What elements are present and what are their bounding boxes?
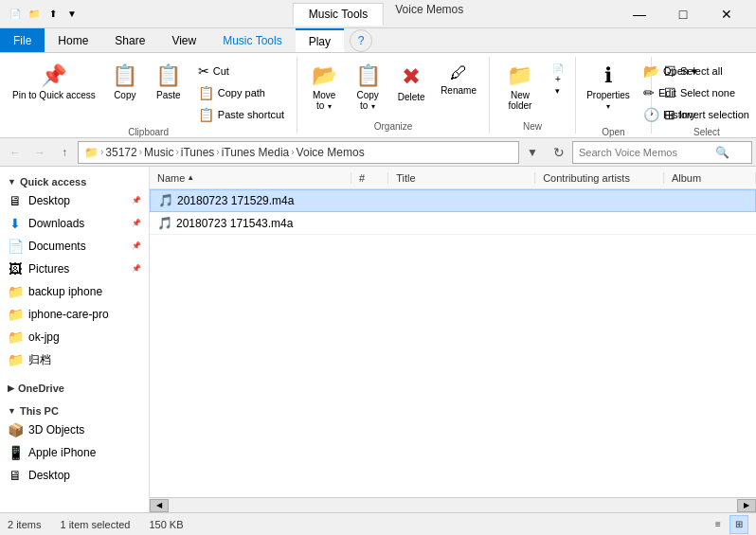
select-all-label: Select all xyxy=(680,65,723,77)
sidebar-item-iphone-care[interactable]: 📁 iphone-care-pro xyxy=(0,303,149,326)
path-voice-memos[interactable]: Voice Memos xyxy=(297,146,365,159)
path-root[interactable]: 📁 xyxy=(84,146,99,159)
select-none-button[interactable]: ☐ Select none xyxy=(657,82,756,103)
backup-icon: 📁 xyxy=(8,284,23,299)
back-button[interactable]: ← xyxy=(4,141,27,164)
tab-view[interactable]: View xyxy=(158,28,209,52)
pin-quick-access-button[interactable]: 📌 Pin to Quick access xyxy=(6,57,102,119)
select-label: Select xyxy=(657,125,756,139)
col-header-title[interactable]: Title xyxy=(388,172,535,184)
rename-button[interactable]: 🖊 Rename xyxy=(434,57,483,119)
help-button[interactable]: ? xyxy=(350,29,372,52)
properties-button[interactable]: ℹ Properties ▾ xyxy=(582,57,635,119)
up-button[interactable]: ↑ xyxy=(53,141,76,164)
maximize-button[interactable]: □ xyxy=(661,0,705,28)
sidebar-item-backup[interactable]: 📁 backup iphone xyxy=(0,280,149,303)
sidebar-item-documents[interactable]: 📄 Documents 📌 xyxy=(0,235,149,258)
dropdown-icon[interactable]: ▼ xyxy=(64,7,80,22)
path-35172[interactable]: 35172 xyxy=(105,146,136,159)
scroll-track xyxy=(169,499,737,512)
search-box[interactable]: 🔍 xyxy=(572,141,752,164)
copy-button-large[interactable]: 📋 Copy xyxy=(104,57,146,119)
rename-icon: 🖊 xyxy=(450,63,467,83)
tab-play[interactable]: Play xyxy=(296,28,344,52)
dropdown-path-button[interactable]: ▼ xyxy=(521,141,544,164)
select-all-icon: ☑ xyxy=(664,63,676,79)
paste-shortcut-icon: 📋 xyxy=(198,107,214,122)
address-path[interactable]: 📁 › 35172 › Music › iTunes › iTunes Medi… xyxy=(78,141,519,164)
move-icon: 📂 xyxy=(312,63,337,88)
new-label: New xyxy=(495,119,569,134)
up-icon: ⬆ xyxy=(45,7,61,22)
select-none-icon: ☐ xyxy=(664,85,676,100)
copy-to-button[interactable]: 📋 Copyto ▾ xyxy=(347,57,388,119)
scroll-right-button[interactable]: ▶ xyxy=(737,499,756,512)
delete-label: Delete xyxy=(398,92,425,102)
sidebar-item-desktop-pc[interactable]: 🖥 Desktop xyxy=(0,464,149,487)
invert-selection-button[interactable]: ⊟ Invert selection xyxy=(657,104,756,125)
paste-button[interactable]: 📋 Paste xyxy=(148,57,189,119)
details-view-button[interactable]: ≡ xyxy=(709,515,728,534)
clipboard-group: 📌 Pin to Quick access 📋 Copy 📋 Paste ✂ C… xyxy=(0,57,297,134)
onedrive-header[interactable]: ▶ OneDrive xyxy=(0,377,149,396)
minimize-button[interactable]: — xyxy=(618,0,661,28)
thispc-header[interactable]: ▼ This PC xyxy=(0,400,149,419)
archive-label: 归档 xyxy=(28,352,51,368)
ribbon-tabs: File Home Share View Music Tools Play ? xyxy=(0,28,756,53)
open-group: ℹ Properties ▾ 📂 Open ▾ ✏ Edit 🕐 History… xyxy=(576,57,652,134)
rename-label: Rename xyxy=(441,85,477,96)
sidebar-item-downloads[interactable]: ⬇ Downloads 📌 xyxy=(0,212,149,235)
path-itunes[interactable]: iTunes xyxy=(181,146,215,159)
sidebar-item-apple-iphone[interactable]: 📱 Apple iPhone xyxy=(0,441,149,464)
status-bar: 2 items 1 item selected 150 KB ≡ ⊞ xyxy=(0,512,756,535)
desktop-icon: 🖥 xyxy=(8,193,23,208)
organize-group: 📂 Moveto ▾ 📋 Copyto ▾ ✖ Delete 🖊 Rename … xyxy=(297,57,490,134)
paste-shortcut-button[interactable]: 📋 Paste shortcut xyxy=(191,104,291,125)
copy-icon: 📋 xyxy=(112,63,137,88)
list-view-button[interactable]: ⊞ xyxy=(729,515,748,534)
cut-button[interactable]: ✂ Cut xyxy=(191,61,291,81)
sidebar-item-archive[interactable]: 📁 归档 xyxy=(0,348,149,371)
delete-icon: ✖ xyxy=(402,63,421,90)
forward-button[interactable]: → xyxy=(28,141,51,164)
sidebar-item-3d[interactable]: 📦 3D Objects xyxy=(0,419,149,441)
sidebar-item-ok-jpg[interactable]: 📁 ok-jpg xyxy=(0,326,149,348)
file-row-1[interactable]: 🎵 20180723 171529.m4a xyxy=(150,189,756,212)
file-name-2: 🎵 20180723 171543.m4a xyxy=(150,216,351,231)
new-content: 📁 Newfolder 📄+ ▾ xyxy=(495,57,569,119)
col-header-artists[interactable]: Contributing artists xyxy=(535,172,664,184)
tab-music-tools[interactable]: Music Tools xyxy=(209,28,295,52)
size-info: 150 KB xyxy=(149,519,183,530)
sort-arrow: ▲ xyxy=(187,173,194,182)
scroll-left-button[interactable]: ◀ xyxy=(150,499,169,512)
3d-objects-icon: 📦 xyxy=(8,422,23,437)
col-header-name[interactable]: Name ▲ xyxy=(150,172,351,184)
search-input[interactable] xyxy=(579,147,711,158)
file-row-2[interactable]: 🎵 20180723 171543.m4a xyxy=(150,212,756,235)
window-title: Voice Memos xyxy=(395,3,463,26)
move-to-button[interactable]: 📂 Moveto ▾ xyxy=(303,57,345,119)
col-header-hash[interactable]: # xyxy=(351,172,388,184)
delete-button[interactable]: ✖ Delete xyxy=(390,57,432,119)
tab-file[interactable]: File xyxy=(0,28,45,52)
horizontal-scrollbar[interactable]: ◀ ▶ xyxy=(150,497,756,512)
path-itunes-media[interactable]: iTunes Media xyxy=(222,146,290,159)
close-button[interactable]: ✕ xyxy=(705,0,748,28)
col-header-album[interactable]: Album xyxy=(664,172,756,184)
new-item-button[interactable]: 📄+ ▾ xyxy=(547,57,569,119)
path-music[interactable]: Music xyxy=(144,146,173,159)
sidebar: ▼ Quick access 🖥 Desktop 📌 ⬇ Downloads 📌… xyxy=(0,167,150,512)
documents-icon: 📄 xyxy=(8,239,23,254)
downloads-label: Downloads xyxy=(28,217,84,230)
new-folder-button[interactable]: 📁 Newfolder xyxy=(495,57,545,119)
select-all-button[interactable]: ☑ Select all xyxy=(657,61,756,81)
quick-access-header[interactable]: ▼ Quick access xyxy=(0,170,149,189)
sidebar-item-desktop[interactable]: 🖥 Desktop 📌 xyxy=(0,189,149,212)
refresh-button[interactable]: ↻ xyxy=(548,141,570,164)
music-tools-tab[interactable]: Music Tools xyxy=(293,3,384,26)
tab-share[interactable]: Share xyxy=(101,28,158,52)
sidebar-item-pictures[interactable]: 🖼 Pictures 📌 xyxy=(0,258,149,280)
copy-path-button[interactable]: 📋 Copy path xyxy=(191,82,291,103)
tab-home[interactable]: Home xyxy=(45,28,101,52)
desktop-pc-icon: 🖥 xyxy=(8,468,23,483)
